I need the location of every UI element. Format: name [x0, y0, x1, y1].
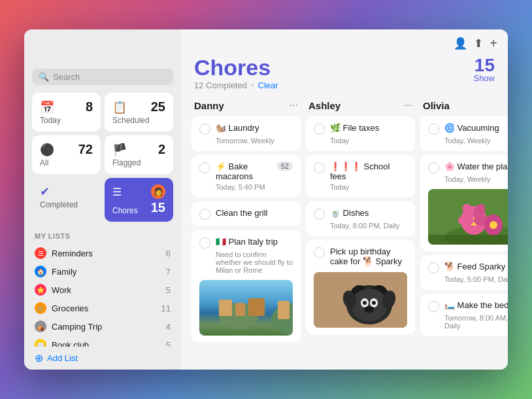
- task-name-taxes: 🌿 File taxes: [330, 123, 379, 133]
- smart-list-all[interactable]: ⚫ 72 All: [32, 135, 101, 174]
- camping-icon: ⛺: [35, 321, 46, 332]
- column-header-ashley: Ashley ···: [303, 95, 418, 116]
- task-name-dishes: 🍵 Dishes: [330, 208, 369, 218]
- task-check-bed[interactable]: [428, 301, 439, 312]
- task-name-plants: 🌸 Water the plants: [444, 162, 508, 171]
- flagged-icon: 🏴: [112, 143, 127, 157]
- task-feed-sparky[interactable]: 🐕 Feed Sparky Today, 5:00 PM, Daily: [420, 255, 508, 290]
- task-check-vacuuming[interactable]: [428, 124, 439, 135]
- all-label: All: [40, 158, 93, 167]
- svg-rect-4: [248, 298, 265, 316]
- task-name-macarons: ⚡ Bake macarons: [216, 162, 272, 181]
- danny-tasks: 🐿️ Laundry Tomorrow, Weekly ⚡ Bake macar…: [189, 116, 303, 362]
- smart-list-today[interactable]: 📅 8 Today: [32, 93, 101, 131]
- task-check-dishes[interactable]: [314, 209, 325, 220]
- column-ashley: Ashley ··· 🌿 File taxes Today: [303, 95, 418, 362]
- groceries-icon: 🛒: [35, 302, 46, 314]
- smart-list-scheduled[interactable]: 📋 25 Scheduled: [105, 93, 173, 131]
- chores-label: Chores: [112, 206, 138, 215]
- task-birthday-cake[interactable]: Pick up birthday cake for 🐕 Sparky: [306, 240, 415, 334]
- smart-list-flagged[interactable]: 🏴 2 Flagged: [105, 135, 173, 174]
- task-clean-grill[interactable]: Clean the grill: [191, 201, 301, 226]
- task-school-fees[interactable]: ❗❗❗ School fees Today: [306, 155, 415, 198]
- task-make-bed[interactable]: 🛏️ Make the bed Tomorrow, 8:00 AM, Daily: [420, 294, 508, 336]
- add-list-icon: ⊕: [35, 352, 43, 364]
- column-danny: Danny ··· 🐿️ Laundry Tomorrow, Weekly: [189, 95, 303, 362]
- task-file-taxes[interactable]: 🌿 File taxes Today: [306, 116, 415, 151]
- groceries-label: Groceries: [52, 304, 88, 313]
- smart-lists: 📅 8 Today 📋 25 Scheduled ⚫ 72 All: [24, 93, 181, 230]
- task-detail-italy: Need to confirm whether we should fly to…: [216, 251, 293, 274]
- task-check-taxes[interactable]: [314, 124, 325, 135]
- family-icon: 🏠: [35, 266, 46, 277]
- task-check-feed[interactable]: [428, 262, 439, 273]
- task-name-bed: 🛏️ Make the bed: [444, 300, 508, 310]
- task-italy[interactable]: 🇮🇹 Plan Italy trip Need to confirm wheth…: [191, 230, 301, 342]
- task-bake-macarons[interactable]: ⚡ Bake macarons 52 Today, 5:40 PM: [191, 155, 301, 198]
- sidebar: 🔍 Search 📅 8 Today 📋 25 Scheduled: [24, 29, 181, 370]
- main-toolbar: 👤 ⬆ +: [181, 29, 508, 55]
- search-bar[interactable]: 🔍 Search: [32, 69, 173, 85]
- completed-text: 12 Completed: [194, 80, 247, 90]
- task-detail-dishes: Today, 8:00 PM, Daily: [330, 222, 407, 230]
- all-icon: ⚫: [40, 143, 54, 157]
- task-detail-taxes: Today: [330, 137, 407, 145]
- task-detail-laundry: Tomorrow, Weekly: [216, 137, 293, 145]
- page-subtitle: 12 Completed • Clear: [194, 80, 278, 90]
- work-label: Work: [52, 285, 71, 295]
- sidebar-item-work[interactable]: ⭐ Work 5: [24, 281, 181, 299]
- svg-point-17: [364, 306, 374, 313]
- task-detail-bed: Tomorrow, 8:00 AM, Daily: [444, 314, 508, 330]
- task-dishes[interactable]: 🍵 Dishes Today, 8:00 PM, Daily: [306, 201, 415, 236]
- task-check-cake[interactable]: [314, 247, 325, 258]
- add-icon[interactable]: +: [490, 36, 497, 51]
- sidebar-item-family[interactable]: 🏠 Family 7: [24, 262, 181, 281]
- sidebar-item-reminders[interactable]: ☰ Reminders 6: [24, 244, 181, 262]
- list-items: ☰ Reminders 6 🏠 Family 7 ⭐ Work 5: [24, 244, 181, 347]
- chores-avatar: 👩: [151, 184, 165, 199]
- task-name-laundry: 🐿️ Laundry: [216, 123, 259, 133]
- task-check-grill[interactable]: [199, 209, 210, 220]
- task-check-macarons[interactable]: [199, 162, 210, 173]
- task-check-plants[interactable]: [428, 162, 439, 173]
- clear-button[interactable]: Clear: [258, 80, 278, 90]
- main-header: Chores 12 Completed • Clear 15 Show: [181, 55, 508, 95]
- my-lists-header: My Lists: [24, 230, 181, 244]
- ashley-tasks: 🌿 File taxes Today ❗❗❗ School fees Today: [303, 116, 418, 362]
- italy-image: [199, 280, 293, 336]
- bookclub-label: Book club: [52, 340, 89, 347]
- completed-icon: ✔: [40, 184, 50, 199]
- sidebar-item-bookclub[interactable]: 📖 Book club 5: [24, 336, 181, 347]
- task-check-italy[interactable]: [199, 237, 210, 249]
- sidebar-item-camping[interactable]: ⛺ Camping Trip 4: [24, 317, 181, 336]
- share-icon[interactable]: 👤: [454, 37, 467, 50]
- task-laundry[interactable]: 🐿️ Laundry Tomorrow, Weekly: [191, 116, 301, 151]
- task-detail-plants: Today, Weekly: [444, 175, 508, 183]
- task-check-laundry[interactable]: [199, 124, 210, 135]
- groceries-count: 11: [161, 304, 171, 313]
- task-vacuuming[interactable]: 🌀 Vacuuming Today, Weekly: [420, 116, 508, 151]
- smart-list-completed[interactable]: ✔ Completed: [32, 178, 101, 222]
- task-water-plants[interactable]: 🌸 Water the plants Today, Weekly: [420, 155, 508, 251]
- olivia-tasks: 🌀 Vacuuming Today, Weekly 🌸 Water the pl…: [418, 116, 508, 362]
- show-button[interactable]: Show: [473, 73, 495, 83]
- task-detail-school: Today: [330, 183, 407, 191]
- task-name-italy: 🇮🇹 Plan Italy trip: [216, 237, 278, 247]
- column-title-olivia: Olivia: [423, 100, 450, 111]
- svg-rect-32: [428, 235, 508, 245]
- search-placeholder: Search: [53, 72, 80, 82]
- work-count: 5: [166, 285, 171, 295]
- today-count: 8: [86, 99, 93, 114]
- sidebar-item-groceries[interactable]: 🛒 Groceries 11: [24, 299, 181, 317]
- smart-list-chores[interactable]: ☰ 👩 Chores 15: [105, 178, 173, 222]
- task-check-school[interactable]: [314, 162, 325, 173]
- columns-area: Danny ··· 🐿️ Laundry Tomorrow, Weekly: [181, 95, 508, 370]
- header-right: 15 Show: [473, 55, 495, 83]
- add-list-button[interactable]: ⊕ Add List: [24, 347, 181, 370]
- column-header-danny: Danny ···: [189, 95, 303, 116]
- danny-menu-icon[interactable]: ···: [290, 99, 298, 111]
- upload-icon[interactable]: ⬆: [474, 37, 483, 50]
- add-list-label: Add List: [47, 353, 78, 363]
- task-name-vacuuming: 🌀 Vacuuming: [444, 123, 499, 133]
- ashley-menu-icon[interactable]: ···: [404, 99, 412, 111]
